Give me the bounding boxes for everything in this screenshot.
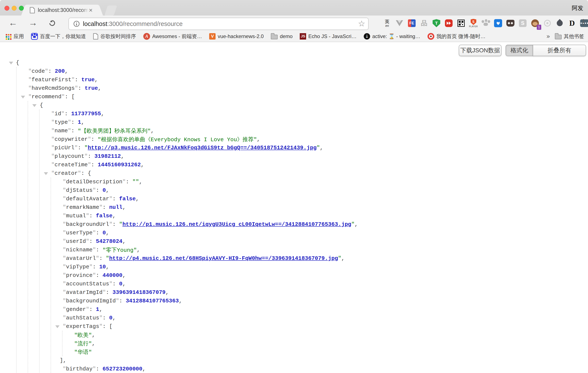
json-line: "code": 200, <box>17 67 588 75</box>
punctuation: : <box>96 247 103 253</box>
bookmark-apps[interactable]: 应用 <box>5 33 24 40</box>
json-line: "featureFirst": true, <box>17 75 588 84</box>
quote: " <box>109 281 113 287</box>
tab-title: localhost:3000/recommend/re <box>38 7 88 13</box>
fe-extension-icon[interactable]: FE <box>407 18 417 29</box>
quote: " <box>74 145 78 151</box>
address-bar[interactable]: localhost:3000/recommend/resource ☆ <box>68 18 369 30</box>
tab-close-icon[interactable]: × <box>89 7 93 13</box>
bird-extension-icon[interactable] <box>555 18 565 29</box>
bookmark-awesomes[interactable]: A Awesomes - 前端资… <box>143 33 202 40</box>
json-url-link[interactable]: http://p3.music.126.net/FJAxNkFoq3dGiS9t… <box>88 145 317 151</box>
punctuation: , <box>81 119 84 126</box>
close-window-button[interactable] <box>4 6 9 11</box>
bookmark-google-sort[interactable]: 谷歌按时间排序 <box>93 33 136 40</box>
profile-name[interactable]: 阿发 <box>572 4 583 12</box>
bookmark-weibo-home[interactable]: 我的首页 微博-随时… <box>428 33 485 40</box>
bookmarks-group: 应用 百度一下，你就知道 谷歌按时间排序 A Awesomes - 前端资… V… <box>5 33 485 40</box>
bookmark-vue-hackernews[interactable]: V vue-hackernews-2.0 <box>209 33 264 40</box>
json-value: 0 <box>103 230 106 236</box>
weibo-icon <box>428 33 434 40</box>
fastforward-extension-icon[interactable] <box>444 18 454 29</box>
quote: " <box>51 128 55 134</box>
json-children: "detailDescription": "","djStatus": 0,"d… <box>51 178 588 373</box>
punctuation: : <box>103 323 109 330</box>
collapse-toggle-icon[interactable] <box>55 325 63 328</box>
other-bookmarks[interactable]: 其他书签 <box>555 33 584 40</box>
bookmark-echojs[interactable]: JS Echo JS - JavaScri… <box>300 33 357 40</box>
paw-extension-icon[interactable] <box>481 18 491 29</box>
baidu-paw-icon <box>31 33 38 40</box>
punctuation: : <box>113 196 119 202</box>
punctuation: : <box>65 94 72 100</box>
collapse-toggle-icon[interactable] <box>9 61 16 64</box>
json-value: true <box>84 85 98 91</box>
bookmark-star-icon[interactable]: ☆ <box>358 19 365 28</box>
bookmark-label: Awesomes - 前端资… <box>152 33 202 40</box>
collapse-toggle-icon[interactable] <box>44 172 51 175</box>
json-line: "gender": 1, <box>51 305 588 314</box>
json-url-link[interactable]: http://p1.music.126.net/iqygU3Uicg_cL00I… <box>122 221 351 228</box>
html5-player-extension-icon[interactable]: 5 PLAYER <box>469 18 478 29</box>
punctuation: : <box>96 187 103 193</box>
json-key: accountStatus <box>66 281 109 287</box>
punctuation: : <box>75 76 81 83</box>
quote: " <box>78 170 81 177</box>
quote: " <box>63 221 66 228</box>
bookmarks-overflow-chevron[interactable]: » <box>546 32 550 40</box>
punctuation: : <box>64 111 71 117</box>
json-line: "createTime": 1445160931262, <box>40 160 588 169</box>
js-icon: JS <box>300 33 306 40</box>
shield-extension-icon[interactable]: T <box>431 18 441 29</box>
site-info-icon[interactable] <box>74 21 80 27</box>
weibo-gray-extension-icon[interactable] <box>543 18 552 29</box>
folder-icon <box>271 35 278 39</box>
json-value: 31982112 <box>94 153 121 160</box>
punctuation: : <box>78 145 84 151</box>
bookmark-active-waiting[interactable]: ↓ active: ⌛ - waiting… <box>364 33 420 40</box>
json-key: backgroundImgId <box>66 298 116 304</box>
punctuation: , <box>151 128 154 134</box>
bookmark-baidu[interactable]: 百度一下，你就知道 <box>31 33 86 40</box>
vue-devtools-extension-icon[interactable] <box>395 18 404 29</box>
new-tab-button[interactable] <box>104 6 117 16</box>
collapse-toggle-icon[interactable] <box>32 104 40 107</box>
url-text[interactable]: localhost:3000/recommend/resource <box>83 21 183 27</box>
punctuation: , <box>65 68 68 75</box>
quote: " <box>28 76 32 83</box>
s-extension-icon[interactable]: S <box>518 18 528 29</box>
mask-extension-icon[interactable] <box>505 18 515 29</box>
reload-button[interactable] <box>48 19 56 27</box>
sitemap-extension-icon[interactable]: 品 <box>419 18 429 29</box>
punctuation: , <box>99 306 103 313</box>
quote: " <box>63 213 66 219</box>
forward-button[interactable]: → <box>29 18 37 28</box>
punctuation: , <box>92 332 95 338</box>
monkey-extension-icon[interactable]: 1 <box>530 18 540 29</box>
back-button[interactable]: ← <box>9 18 17 28</box>
translate-extension-icon[interactable]: 英 en <box>382 18 392 29</box>
json-key: province <box>66 272 93 278</box>
quote: " <box>88 136 91 142</box>
punctuation: : <box>91 162 98 168</box>
chrome-menu-icon[interactable] <box>583 19 584 21</box>
collapse-all-button[interactable]: 折叠所有 <box>533 45 586 56</box>
format-button[interactable]: 格式化 <box>505 45 533 56</box>
json-url-link[interactable]: http://p4.music.126.net/68HSpiyAAVY-HI9-… <box>109 255 338 262</box>
punctuation: [ <box>72 94 75 100</box>
bookmark-demo-folder[interactable]: demo <box>271 33 293 39</box>
quote: " <box>63 187 66 193</box>
quote: " <box>84 153 88 160</box>
json-key: avatarUrl <box>66 255 96 262</box>
collapse-toggle-icon[interactable] <box>21 95 28 98</box>
json-line: "avatarUrl": "http://p4.music.126.net/68… <box>51 254 588 263</box>
json-value: 1 <box>78 119 81 126</box>
qr-extension-icon[interactable] <box>456 18 466 29</box>
d-extension-icon[interactable]: D <box>567 18 577 29</box>
minimize-window-button[interactable] <box>12 6 17 11</box>
browser-tab[interactable]: localhost:3000/recommend/re × <box>27 5 97 16</box>
download-json-button[interactable]: 下载JSON数据 <box>459 45 502 56</box>
json-key: backgroundUrl <box>66 221 109 228</box>
download-helper-extension-icon[interactable] <box>493 18 503 29</box>
quote: " <box>72 76 75 83</box>
